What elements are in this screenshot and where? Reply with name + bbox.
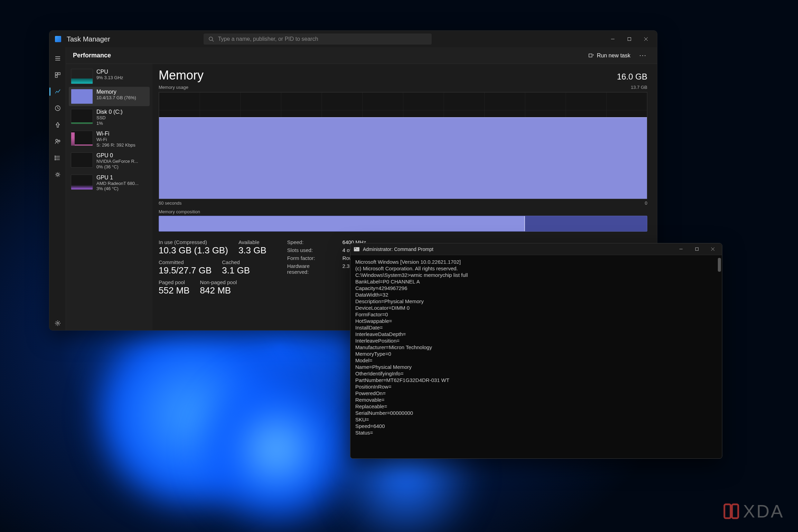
cmd-close-button[interactable] bbox=[705, 244, 721, 254]
cmd-line: (c) Microsoft Corporation. All rights re… bbox=[355, 265, 717, 272]
svg-point-18 bbox=[55, 156, 55, 157]
more-options-button[interactable]: ··· bbox=[636, 50, 650, 61]
cmd-line: DataWidth=32 bbox=[355, 291, 717, 298]
cmd-icon bbox=[354, 247, 359, 251]
svg-rect-23 bbox=[589, 54, 592, 57]
cmd-line: FormFactor=0 bbox=[355, 311, 717, 318]
window-title: Task Manager bbox=[67, 35, 110, 43]
performance-sidebar: CPU9% 3.13 GHz Memory10.4/13.7 GB (76%) … bbox=[66, 64, 152, 330]
cmd-line: Replaceable= bbox=[355, 403, 717, 410]
usage-max: 13.7 GB bbox=[631, 85, 647, 90]
 bbox=[722, 502, 740, 520]
maximize-button[interactable] bbox=[621, 32, 638, 46]
svg-point-21 bbox=[57, 174, 59, 176]
cmd-line: HotSwappable= bbox=[355, 318, 717, 324]
svg-point-22 bbox=[57, 323, 58, 324]
cmd-line: PartNumber=MT62F1G32D4DR-031 WT bbox=[355, 377, 717, 383]
xda-watermark: XDA bbox=[722, 501, 784, 522]
memory-total: 16.0 GB bbox=[617, 72, 647, 82]
gpu1-thumbnail bbox=[71, 175, 93, 190]
search-icon bbox=[208, 36, 214, 42]
svg-point-0 bbox=[209, 37, 213, 40]
cmd-line: Manufacturer=Micron Technology bbox=[355, 344, 717, 351]
svg-rect-25 bbox=[695, 248, 698, 250]
cmd-line: Model= bbox=[355, 357, 717, 364]
perf-item-gpu1[interactable]: GPU 1AMD RadeonT 680... 3% (46 °C) bbox=[69, 172, 150, 194]
nav-users[interactable] bbox=[51, 134, 65, 148]
gpu0-thumbnail bbox=[71, 152, 93, 168]
cpu-thumbnail bbox=[71, 69, 93, 84]
svg-point-19 bbox=[55, 158, 55, 158]
nav-services[interactable] bbox=[51, 168, 65, 181]
close-button[interactable] bbox=[638, 32, 654, 46]
page-header: Performance Run new task ··· bbox=[66, 47, 657, 64]
cmd-minimize-button[interactable] bbox=[673, 244, 689, 254]
detail-title: Memory bbox=[159, 68, 204, 83]
command-prompt-window: Administrator: Command Prompt Microsoft … bbox=[350, 243, 722, 459]
cmd-line: PositionInRow= bbox=[355, 383, 717, 390]
perf-item-memory[interactable]: Memory10.4/13.7 GB (76%) bbox=[69, 87, 150, 106]
svg-rect-28 bbox=[724, 504, 731, 518]
usage-label: Memory usage bbox=[159, 85, 188, 90]
search-placeholder: Type a name, publisher, or PID to search bbox=[218, 36, 318, 42]
icon-sidebar bbox=[49, 47, 66, 330]
cmd-line: Capacity=4294967296 bbox=[355, 285, 717, 291]
svg-point-13 bbox=[56, 139, 58, 141]
svg-rect-11 bbox=[55, 75, 57, 77]
svg-rect-10 bbox=[58, 73, 60, 75]
cmd-line: Microsoft Windows [Version 10.0.22621.17… bbox=[355, 259, 717, 265]
memory-composition-bar bbox=[159, 216, 647, 232]
cmd-title: Administrator: Command Prompt bbox=[363, 246, 433, 252]
nav-details[interactable] bbox=[51, 151, 65, 165]
settings-icon[interactable] bbox=[51, 316, 65, 330]
svg-rect-29 bbox=[732, 504, 738, 518]
cmd-line: InterleaveDataDepth= bbox=[355, 331, 717, 337]
nav-app-history[interactable] bbox=[51, 101, 65, 115]
cmd-maximize-button[interactable] bbox=[689, 244, 705, 254]
composition-label: Memory composition bbox=[159, 209, 647, 214]
svg-point-14 bbox=[58, 140, 60, 142]
svg-rect-9 bbox=[55, 73, 57, 75]
cmd-line: Name=Physical Memory bbox=[355, 364, 717, 370]
perf-item-disk[interactable]: Disk 0 (C:)SSD 1% bbox=[69, 107, 150, 128]
cmd-line: PoweredOn= bbox=[355, 390, 717, 396]
run-new-task-button[interactable]: Run new task bbox=[585, 50, 634, 61]
nav-startup[interactable] bbox=[51, 118, 65, 132]
svg-point-20 bbox=[55, 159, 55, 160]
perf-item-gpu0[interactable]: GPU 0NVIDIA GeForce R... 0% (36 °C) bbox=[69, 150, 150, 171]
cmd-line: Removable= bbox=[355, 396, 717, 403]
cmd-line: DeviceLocator=DIMM 0 bbox=[355, 305, 717, 311]
perf-item-cpu[interactable]: CPU9% 3.13 GHz bbox=[69, 67, 150, 86]
disk-thumbnail bbox=[71, 109, 93, 124]
cmd-line: Description=Physical Memory bbox=[355, 298, 717, 305]
nav-processes[interactable] bbox=[51, 68, 65, 82]
cmd-line: InstallDate= bbox=[355, 324, 717, 331]
cmd-line: InterleavePosition= bbox=[355, 337, 717, 344]
app-icon bbox=[55, 36, 61, 42]
scrollbar-thumb[interactable] bbox=[718, 258, 721, 272]
search-box[interactable]: Type a name, publisher, or PID to search bbox=[204, 34, 432, 45]
page-title: Performance bbox=[73, 52, 111, 59]
memory-thumbnail bbox=[71, 89, 93, 104]
svg-rect-3 bbox=[628, 38, 631, 41]
titlebar[interactable]: Task Manager Type a name, publisher, or … bbox=[49, 31, 657, 47]
cmd-output[interactable]: Microsoft Windows [Version 10.0.22621.17… bbox=[350, 255, 722, 458]
cmd-line: MemoryType=0 bbox=[355, 351, 717, 357]
cmd-line: SKU= bbox=[355, 416, 717, 423]
run-task-icon bbox=[589, 53, 594, 58]
cmd-titlebar[interactable]: Administrator: Command Prompt bbox=[350, 243, 722, 255]
cmd-line: Status= bbox=[355, 429, 717, 436]
perf-item-wifi[interactable]: Wi-FiWi-Fi S: 296 R: 392 Kbps bbox=[69, 129, 150, 150]
nav-performance[interactable] bbox=[51, 85, 65, 99]
memory-usage-chart bbox=[159, 92, 647, 199]
cmd-line: OtherIdentifyingInfo= bbox=[355, 370, 717, 377]
cmd-line: Speed=6400 bbox=[355, 423, 717, 429]
minimize-button[interactable] bbox=[604, 32, 621, 46]
cmd-line: BankLabel=P0 CHANNEL A bbox=[355, 278, 717, 285]
wifi-thumbnail bbox=[71, 131, 93, 146]
svg-line-1 bbox=[212, 40, 214, 41]
hamburger-icon[interactable] bbox=[51, 52, 65, 65]
cmd-line: SerialNumber=00000000 bbox=[355, 410, 717, 416]
cmd-line: C:\Windows\System32>wmic memorychip list… bbox=[355, 272, 717, 278]
